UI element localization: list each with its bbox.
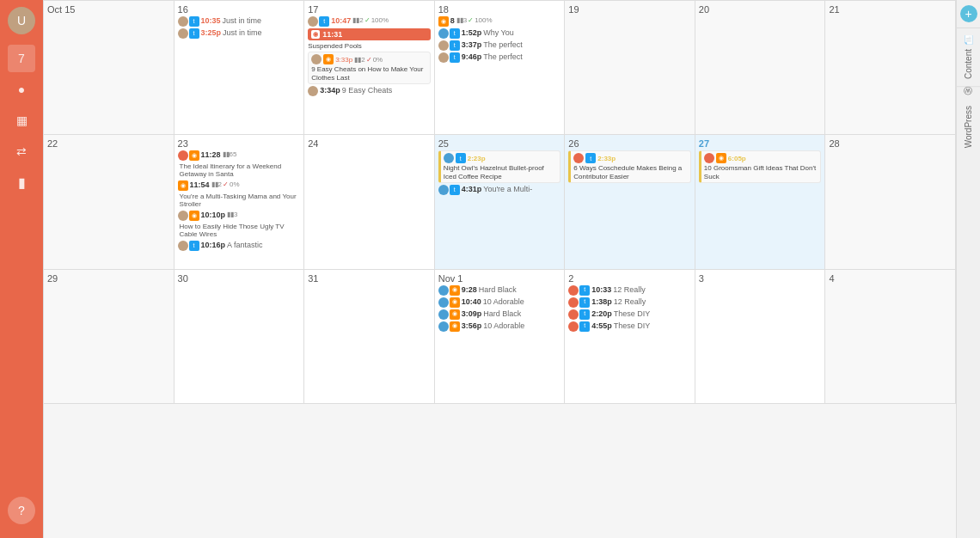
- twitter-icon: t: [579, 309, 590, 320]
- cal-cell-29: 29: [44, 270, 175, 404]
- day-number: 19: [568, 4, 691, 15]
- event-time: 3:09p: [462, 309, 482, 319]
- event-time: 3:25p: [201, 28, 222, 38]
- calendar-main: Oct 15 16 t 10:35 Just in time t 3:25p J…: [43, 0, 956, 538]
- content-tab[interactable]: Content 📄: [957, 28, 980, 86]
- rss-icon: ◉: [323, 54, 334, 64]
- shuffle-nav-icon[interactable]: ⇄: [8, 138, 35, 165]
- avatar: [444, 153, 454, 163]
- chart-nav-icon[interactable]: ▮: [8, 168, 35, 196]
- day-number: Oct 15: [47, 4, 170, 15]
- day-number: 28: [829, 138, 952, 149]
- rss-icon: ◉: [189, 211, 199, 221]
- list-item: t 1:38p 12 Really: [568, 297, 691, 308]
- event-title: Hard Black: [483, 309, 521, 319]
- twitter-icon: t: [189, 16, 199, 27]
- avatar: [438, 285, 449, 296]
- cal-cell-21: 21: [825, 1, 956, 135]
- list-item: t 10:16p A fantastic: [178, 241, 301, 251]
- day-number: 4: [829, 273, 952, 284]
- list-item: ◉ 11:54 ▮▮2 ✓0%: [178, 180, 301, 191]
- avatar: [568, 297, 579, 308]
- list-item: t 4:55p These DIY: [568, 321, 691, 332]
- day-number: 2: [568, 273, 691, 284]
- rss-icon: ◉: [450, 321, 460, 332]
- day-number: 25: [438, 138, 561, 149]
- event-title: These DIY: [614, 309, 651, 319]
- event-title: Night Owl's Hazelnut Bullet-proof Iced C…: [444, 164, 558, 180]
- event-time: 10:40: [462, 297, 481, 307]
- cal-cell-24: 24: [304, 135, 435, 269]
- list-item: t 3:37p The perfect: [438, 40, 561, 51]
- add-content-button[interactable]: +: [960, 5, 977, 22]
- avatar: [438, 309, 449, 320]
- twitter-icon: t: [450, 40, 460, 51]
- cal-cell-23: 23 ◉ 11:28 ▮▮65 The Ideal Itinerary for …: [175, 135, 305, 269]
- right-sidebar: + Content 📄 WordPress ⓦ: [956, 0, 980, 538]
- day-number: 31: [308, 273, 431, 284]
- avatar: [178, 241, 188, 251]
- avatar: [568, 321, 579, 332]
- event-title: The perfect: [483, 52, 523, 62]
- list-item: t 2:20p These DIY: [568, 309, 691, 320]
- list-item: t 4:31p You're a Multi-: [438, 185, 561, 195]
- event-title: 12 Really: [614, 297, 646, 307]
- avatar: [308, 16, 318, 27]
- day-number: 27: [699, 138, 822, 149]
- wordpress-tab[interactable]: WordPress ⓦ: [957, 86, 980, 155]
- stat-badge: ▮▮2 ✓0%: [211, 180, 240, 189]
- list-item: ◉ 6:05p 10 Groomsman Gift Ideas That Don…: [699, 150, 822, 183]
- event-time: 1:38p: [591, 297, 612, 307]
- list-item: t 3:25p Just in time: [178, 28, 301, 39]
- event-time: 10:35: [201, 16, 221, 26]
- circle-nav-icon[interactable]: ●: [8, 76, 35, 103]
- event-time: 8: [450, 16, 455, 26]
- event-title: How to Easily Hide Those Ugly TV Cable W…: [178, 223, 301, 238]
- avatar: [178, 16, 188, 27]
- avatar: [438, 40, 449, 51]
- avatar: [178, 150, 188, 161]
- cal-cell-nov4: 4: [825, 270, 956, 404]
- twitter-icon: t: [456, 153, 466, 163]
- event-time: 6:05p: [728, 155, 746, 162]
- cal-cell-17: 17 t 10:47 ▮▮2 ✓100% ◉ 11:31 Suspended P…: [304, 1, 435, 135]
- event-title: Just in time: [223, 28, 262, 38]
- rss-icon: ◉: [311, 30, 320, 39]
- rss-icon: ◉: [189, 150, 199, 161]
- cal-cell-oct15: Oct 15: [44, 1, 175, 135]
- avatar[interactable]: U: [8, 7, 35, 34]
- list-item: t 10:33 12 Really: [568, 285, 691, 296]
- grid-nav-icon[interactable]: ▦: [8, 107, 35, 134]
- block-time: 11:31: [322, 30, 342, 39]
- day-number: Nov 1: [438, 273, 561, 284]
- event-time: 2:33p: [597, 155, 616, 162]
- avatar: [568, 309, 579, 320]
- wordpress-tab-label: WordPress: [964, 106, 973, 148]
- rss-icon: ◉: [450, 285, 460, 296]
- event-title: 12 Really: [613, 285, 646, 295]
- stat-badge: ▮▮2 ✓0%: [354, 56, 383, 64]
- cal-cell-30: 30: [175, 270, 305, 404]
- cal-cell-22: 22: [44, 135, 175, 269]
- event-time: 3:33p: [335, 56, 352, 64]
- event-time: 4:55p: [591, 321, 612, 331]
- twitter-icon: t: [579, 285, 590, 296]
- event-title: 6 Ways Coschedule Makes Being a Contribu…: [573, 164, 688, 180]
- twitter-icon: t: [189, 241, 199, 251]
- event-title: Why You: [483, 28, 514, 38]
- event-time: 1:52p: [462, 28, 482, 38]
- twitter-icon: t: [189, 28, 199, 39]
- day-number: 24: [308, 138, 431, 149]
- event-time: 11:54: [190, 180, 210, 190]
- event-title: 10 Adorable: [483, 321, 524, 331]
- twitter-icon: t: [450, 52, 460, 63]
- help-button[interactable]: ?: [8, 497, 35, 524]
- list-item: ◉ 10:10p ▮▮3: [178, 211, 301, 221]
- day-number: 21: [829, 4, 952, 15]
- event-title: Hard Black: [479, 285, 517, 295]
- event-title: The perfect: [483, 40, 523, 50]
- event-title: A fantastic: [227, 241, 263, 250]
- twitter-icon: t: [579, 297, 590, 308]
- avatar: [704, 153, 714, 163]
- calendar-nav-icon[interactable]: 7: [8, 45, 35, 72]
